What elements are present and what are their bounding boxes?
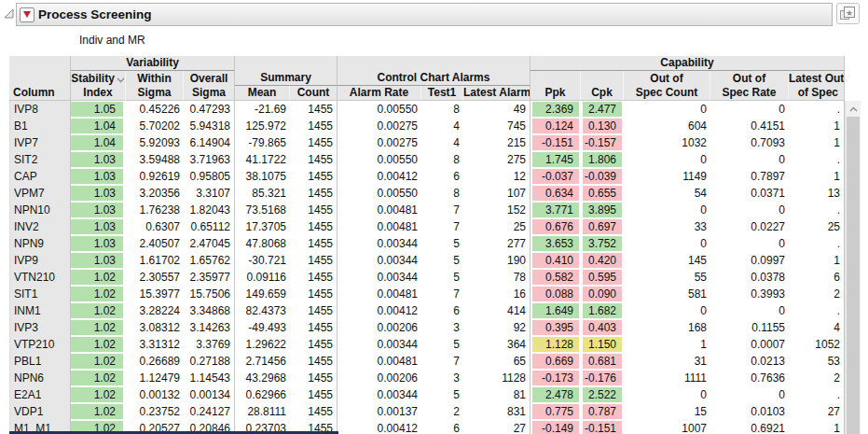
- cell-ppk[interactable]: -0.173: [530, 370, 581, 386]
- cell-test1[interactable]: 8: [421, 185, 463, 202]
- cell-oos-rate[interactable]: 0: [710, 302, 789, 319]
- cell-latest-alarm[interactable]: 27: [463, 420, 530, 434]
- cell-latest-oos[interactable]: .: [789, 202, 845, 218]
- cell-count[interactable]: 1455: [290, 118, 338, 134]
- cell-within-sigma[interactable]: 3.28224: [126, 302, 184, 319]
- cell-alarm-rate[interactable]: 0.00344: [338, 336, 421, 353]
- cell-oos-rate[interactable]: 0.3993: [710, 286, 789, 302]
- cell-test1[interactable]: 3: [421, 319, 463, 336]
- cell-latest-alarm[interactable]: 65: [463, 353, 530, 370]
- cell-test1[interactable]: 5: [421, 252, 463, 269]
- cell-within-sigma[interactable]: 5.92093: [126, 134, 184, 151]
- cell-test1[interactable]: 6: [421, 302, 463, 319]
- cell-latest-oos[interactable]: .: [789, 101, 845, 118]
- cell-oos-rate[interactable]: 0.0103: [710, 403, 789, 420]
- cell-stability-index[interactable]: 1.03: [71, 168, 126, 185]
- cell-column[interactable]: B1: [9, 118, 71, 134]
- cell-ppk[interactable]: 0.124: [530, 118, 581, 134]
- cell-test1[interactable]: 6: [421, 420, 463, 434]
- cell-column[interactable]: NPN6: [9, 370, 71, 386]
- cell-column[interactable]: CAP: [9, 168, 71, 185]
- cell-ppk[interactable]: 0.395: [530, 319, 581, 336]
- disclosure-triangle-icon[interactable]: [3, 7, 15, 20]
- cell-oos-count[interactable]: 54: [624, 185, 710, 202]
- cell-count[interactable]: 1455: [290, 218, 338, 235]
- cell-within-sigma[interactable]: 1.76238: [126, 202, 184, 218]
- cell-test1[interactable]: 5: [421, 235, 463, 252]
- cell-oos-rate[interactable]: 0.7636: [710, 370, 789, 386]
- cell-oos-count[interactable]: 145: [624, 252, 710, 269]
- col-header-ppk[interactable]: Ppk: [530, 86, 581, 101]
- col-header-overall-line1[interactable]: Overall: [184, 71, 235, 86]
- cell-stability-index[interactable]: 1.02: [71, 353, 126, 370]
- cell-overall-sigma[interactable]: 3.3107: [184, 185, 235, 202]
- cell-test1[interactable]: 5: [421, 336, 463, 353]
- cell-test1[interactable]: 7: [421, 202, 463, 218]
- cell-oos-rate[interactable]: 0: [710, 101, 789, 118]
- cell-ppk[interactable]: 3.771: [530, 202, 581, 218]
- cell-test1[interactable]: 4: [421, 134, 463, 151]
- cell-ppk[interactable]: 0.676: [530, 218, 581, 235]
- cell-overall-sigma[interactable]: 3.3769: [184, 336, 235, 353]
- cell-cpk[interactable]: -0.157: [581, 134, 624, 151]
- cell-oos-rate[interactable]: 0.4151: [710, 118, 789, 134]
- cell-latest-oos[interactable]: 27: [789, 403, 845, 420]
- cell-column[interactable]: IVP7: [9, 134, 71, 151]
- cell-overall-sigma[interactable]: 0.00134: [184, 386, 235, 403]
- cell-test1[interactable]: 2: [421, 403, 463, 420]
- col-header-oos-count-line1[interactable]: Out of: [624, 71, 710, 86]
- cell-latest-alarm[interactable]: 81: [463, 386, 530, 403]
- cell-column[interactable]: SIT1: [9, 286, 71, 302]
- cell-oos-rate[interactable]: 0.0007: [710, 336, 789, 353]
- layered-report-star-button[interactable]: ★: [836, 3, 860, 24]
- cell-ppk[interactable]: -0.037: [530, 168, 581, 185]
- cell-alarm-rate[interactable]: 0.00550: [338, 101, 421, 118]
- cell-ppk[interactable]: 1.128: [530, 336, 581, 353]
- cell-latest-oos[interactable]: 1: [789, 252, 845, 269]
- cell-mean[interactable]: 38.1075: [235, 168, 290, 185]
- cell-oos-rate[interactable]: 0.0371: [710, 185, 789, 202]
- cell-mean[interactable]: 149.659: [235, 286, 290, 302]
- cell-oos-count[interactable]: 0: [624, 101, 710, 118]
- cell-oos-count[interactable]: 1149: [624, 168, 710, 185]
- cell-oos-count[interactable]: 0: [624, 386, 710, 403]
- cell-oos-rate[interactable]: 0.0227: [710, 218, 789, 235]
- col-header-latest-alarm[interactable]: Latest Alarm: [463, 86, 530, 101]
- cell-column[interactable]: NPN9: [9, 235, 71, 252]
- cell-stability-index[interactable]: 1.03: [71, 218, 126, 235]
- cell-ppk[interactable]: -0.149: [530, 420, 581, 434]
- cell-latest-alarm[interactable]: 25: [463, 218, 530, 235]
- cell-cpk[interactable]: -0.176: [581, 370, 624, 386]
- cell-cpk[interactable]: 1.682: [581, 302, 624, 319]
- cell-mean[interactable]: 17.3705: [235, 218, 290, 235]
- cell-overall-sigma[interactable]: 2.47045: [184, 235, 235, 252]
- cell-stability-index[interactable]: 1.02: [71, 370, 126, 386]
- cell-cpk[interactable]: 2.522: [581, 386, 624, 403]
- col-header-mean[interactable]: Mean: [235, 86, 290, 101]
- cell-alarm-rate[interactable]: 0.00344: [338, 386, 421, 403]
- cell-within-sigma[interactable]: 0.00132: [126, 386, 184, 403]
- cell-latest-oos[interactable]: 1: [789, 420, 845, 434]
- cell-count[interactable]: 1455: [290, 302, 338, 319]
- cell-alarm-rate[interactable]: 0.00137: [338, 403, 421, 420]
- cell-cpk[interactable]: 3.895: [581, 202, 624, 218]
- cell-mean[interactable]: -30.721: [235, 252, 290, 269]
- cell-latest-alarm[interactable]: 49: [463, 101, 530, 118]
- cell-oos-count[interactable]: 0: [624, 235, 710, 252]
- cell-latest-oos[interactable]: 1: [789, 118, 845, 134]
- cell-alarm-rate[interactable]: 0.00206: [338, 370, 421, 386]
- cell-ppk[interactable]: 1.745: [530, 151, 581, 168]
- cell-ppk[interactable]: 3.653: [530, 235, 581, 252]
- cell-cpk[interactable]: 0.697: [581, 218, 624, 235]
- cell-mean[interactable]: 2.71456: [235, 353, 290, 370]
- cell-alarm-rate[interactable]: 0.00344: [338, 252, 421, 269]
- group-header-summary[interactable]: Summary: [235, 71, 338, 86]
- cell-overall-sigma[interactable]: 6.14904: [184, 134, 235, 151]
- cell-stability-index[interactable]: 1.03: [71, 235, 126, 252]
- cell-alarm-rate[interactable]: 0.00275: [338, 118, 421, 134]
- cell-oos-count[interactable]: 55: [624, 269, 710, 286]
- col-header-oos-count-line2[interactable]: Spec Count: [624, 86, 710, 101]
- col-header-within-line2[interactable]: Sigma: [126, 86, 184, 101]
- cell-oos-rate[interactable]: 0.0997: [710, 252, 789, 269]
- cell-mean[interactable]: 125.972: [235, 118, 290, 134]
